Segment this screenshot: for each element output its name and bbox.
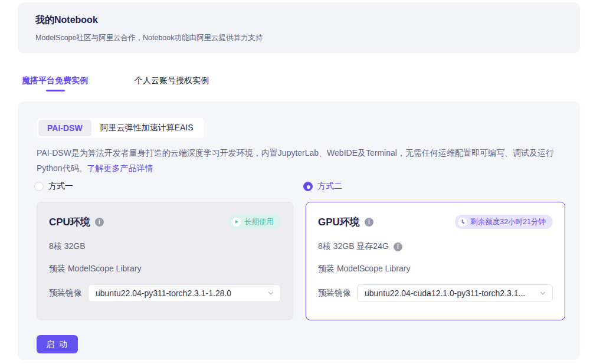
launch-button[interactable]: 启 动 bbox=[37, 335, 78, 353]
gpu-image-select[interactable]: ubuntu22.04-cuda12.1.0-py311-torch2.3.1.… bbox=[357, 284, 553, 302]
gpu-quota-badge: 剩余额度32小时21分钟 bbox=[455, 215, 553, 229]
cpu-card-title: CPU环境 bbox=[49, 215, 90, 229]
page-title: 我的Notebook bbox=[35, 14, 98, 27]
radio-method-one[interactable]: 方式一 bbox=[34, 181, 73, 192]
gpu-card-title: GPU环境 bbox=[318, 215, 360, 229]
gpu-spec: 8核 32GB 显存24G bbox=[318, 241, 389, 252]
page-subtitle: ModelScope社区与阿里云合作，Notebook功能由阿里云提供算力支持 bbox=[35, 33, 263, 43]
info-icon[interactable]: i bbox=[394, 242, 402, 251]
gpu-environment-card[interactable]: GPU环境 i 剩余额度32小时21分钟 8核 32GB 显存24G i 预装 … bbox=[306, 202, 565, 320]
gpu-card-header: GPU环境 i 剩余额度32小时21分钟 bbox=[318, 214, 553, 229]
gpu-image-value: ubuntu22.04-cuda12.1.0-py311-torch2.3.1.… bbox=[365, 288, 535, 298]
method-radio-row: 方式一 方式二 bbox=[18, 181, 580, 193]
cpu-image-row: 预装镜像 ubuntu22.04-py311-torch2.3.1-1.28.0 bbox=[49, 284, 281, 302]
radio-unchecked-icon bbox=[34, 182, 44, 191]
info-icon[interactable]: i bbox=[95, 218, 104, 227]
chevron-down-icon bbox=[539, 290, 546, 297]
cpu-image-label: 预装镜像 bbox=[49, 288, 82, 299]
tab-eais[interactable]: 阿里云弹性加速计算EAIS bbox=[91, 120, 202, 136]
tab-personal-cloud-instance[interactable]: 个人云账号授权实例 bbox=[135, 76, 209, 86]
gpu-image-label: 预装镜像 bbox=[318, 288, 351, 299]
radio-method-two[interactable]: 方式二 bbox=[303, 181, 342, 192]
product-tab-group: PAI-DSW 阿里云弹性加速计算EAIS bbox=[37, 118, 204, 138]
product-description: PAI-DSW是为算法开发者量身打造的云端深度学习开发环境，内置JupyterL… bbox=[37, 145, 563, 176]
gpu-image-row: 预装镜像 ubuntu22.04-cuda12.1.0-py311-torch2… bbox=[318, 284, 553, 302]
more-details-link[interactable]: 了解更多产品详情 bbox=[87, 163, 153, 173]
info-icon[interactable]: i bbox=[365, 218, 373, 227]
cpu-spec: 8核 32GB bbox=[49, 241, 281, 252]
cpu-card-header: CPU环境 i 长期使用 bbox=[49, 214, 281, 229]
gpu-library: 预装 ModelScope Library bbox=[318, 264, 553, 274]
cpu-status-badge: 长期使用 bbox=[229, 215, 281, 229]
clock-icon bbox=[458, 218, 467, 227]
cpu-environment-card[interactable]: CPU环境 i 长期使用 8核 32GB 预装 ModelScope Libra… bbox=[37, 202, 293, 320]
cpu-image-value: ubuntu22.04-py311-torch2.3.1-1.28.0 bbox=[96, 288, 263, 298]
radio-method-one-label: 方式一 bbox=[48, 181, 73, 192]
tab-bar: 魔搭平台免费实例 个人云账号授权实例 bbox=[0, 74, 590, 94]
gpu-badge-label: 剩余额度32小时21分钟 bbox=[470, 217, 546, 227]
cpu-badge-label: 长期使用 bbox=[244, 217, 274, 227]
instance-panel: PAI-DSW 阿里云弹性加速计算EAIS PAI-DSW是为算法开发者量身打造… bbox=[18, 101, 580, 360]
cpu-image-select[interactable]: ubuntu22.04-py311-torch2.3.1-1.28.0 bbox=[88, 284, 281, 302]
radio-checked-icon bbox=[303, 182, 313, 191]
radio-method-two-label: 方式二 bbox=[317, 181, 342, 192]
cpu-library: 预装 ModelScope Library bbox=[49, 264, 281, 274]
active-tab-underline bbox=[46, 90, 65, 91]
chevron-down-icon bbox=[267, 290, 274, 297]
notebook-header: 我的Notebook ModelScope社区与阿里云合作，Notebook功能… bbox=[18, 2, 580, 53]
tab-pai-dsw[interactable]: PAI-DSW bbox=[38, 120, 91, 136]
tab-free-instance[interactable]: 魔搭平台免费实例 bbox=[22, 76, 88, 86]
gpu-spec-row: 8核 32GB 显存24G i bbox=[318, 241, 553, 252]
play-icon bbox=[232, 218, 241, 227]
